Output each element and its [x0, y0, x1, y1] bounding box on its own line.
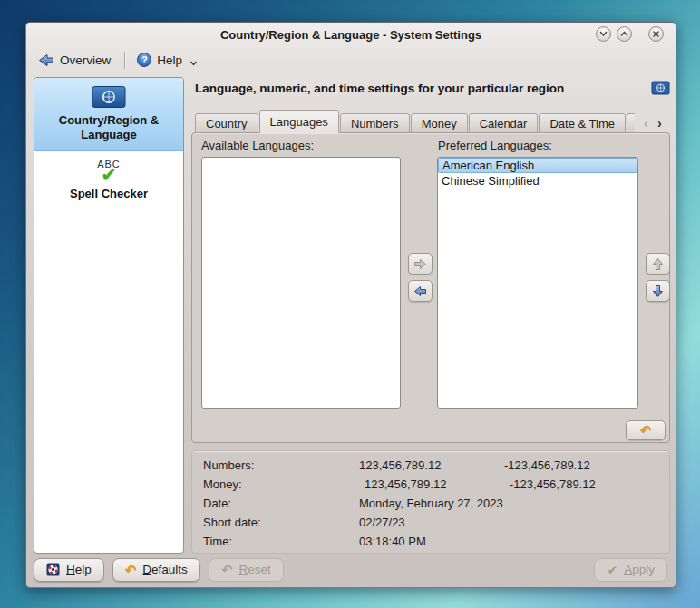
button-label: Apply: [624, 563, 655, 576]
undo-icon: ↶: [640, 424, 652, 437]
help-icon: ?: [137, 53, 151, 67]
preview-value-negative: -123,456,789.12: [504, 456, 658, 475]
arrow-left-icon: [413, 285, 427, 297]
reset-button[interactable]: ↶ Reset: [209, 558, 284, 582]
un-flag-icon: [91, 84, 127, 110]
tab-label: Money: [422, 117, 457, 130]
overview-button[interactable]: Overview: [34, 52, 114, 69]
list-item-chinese-simplified[interactable]: Chinese Simplified: [438, 173, 637, 188]
defaults-button[interactable]: ↶ Defaults: [112, 558, 200, 582]
move-up-button[interactable]: [646, 253, 670, 275]
preview-label: Short date:: [203, 513, 359, 532]
preview-value-negative: -123,456,789.12: [504, 475, 658, 494]
list-item-american-english[interactable]: American English: [438, 158, 637, 173]
module-header-title: Language, numeric, and time settings for…: [195, 82, 651, 95]
preview-label: Date:: [203, 494, 359, 513]
tab-scroll-left-button[interactable]: ‹: [639, 116, 653, 130]
add-language-button[interactable]: [408, 253, 433, 275]
preview-value-negative: [504, 513, 658, 532]
preview-value: 123,456,789.12: [359, 456, 504, 475]
chevron-down-icon: [598, 29, 608, 39]
preview-value: 03:18:40 PM: [359, 532, 504, 551]
preview-value-negative: [504, 494, 658, 513]
apply-button[interactable]: ✔ Apply: [594, 558, 667, 582]
dropdown-chevron-icon: [190, 61, 198, 66]
reset-undo-icon: ↶: [221, 564, 233, 576]
preview-value-negative: [504, 532, 658, 551]
maximize-button[interactable]: [617, 26, 632, 42]
help-label: Help: [157, 53, 182, 67]
spellcheck-checkmark-icon: ✔: [101, 167, 117, 183]
help-footer-button[interactable]: Help: [34, 558, 104, 582]
footer-button-bar: Help ↶ Defaults ↶ Reset ✔ Apply: [34, 557, 668, 582]
tab-bar: Country Languages Numbers Money Calendar…: [191, 109, 670, 133]
chevron-up-icon: [619, 29, 629, 39]
move-down-button[interactable]: [646, 280, 670, 302]
preferred-languages-label: Preferred Languages:: [438, 139, 552, 152]
arrow-up-icon: [652, 257, 664, 271]
overview-label: Overview: [60, 53, 111, 67]
un-flag-small-icon: [651, 81, 670, 95]
titlebar[interactable]: Country/Region & Language - System Setti…: [26, 23, 676, 46]
close-button[interactable]: [648, 26, 664, 42]
button-label: Reset: [238, 563, 270, 576]
preview-row-numbers: Numbers: 123,456,789.12 -123,456,789.12: [203, 456, 658, 475]
preview-row-date: Date: Monday, February 27, 2023: [203, 494, 658, 513]
preview-row-time: Time: 03:18:40 PM: [203, 532, 658, 551]
preview-value: 02/27/23: [359, 513, 504, 532]
tab-date-time[interactable]: Date & Time: [539, 113, 626, 133]
button-label: Help: [66, 563, 92, 576]
tab-label: Country: [206, 117, 248, 130]
module-header: Language, numeric, and time settings for…: [195, 77, 670, 99]
preview-label: Numbers:: [203, 456, 359, 475]
window-title: Country/Region & Language - System Setti…: [220, 28, 481, 42]
tab-label: Languages: [270, 115, 328, 129]
preview-label: Money:: [203, 475, 359, 494]
arrow-right-icon: [413, 258, 427, 270]
tab-label: Calendar: [480, 117, 528, 130]
tab-label: Numbers: [351, 117, 399, 130]
sidebar-item-spell-checker[interactable]: ABC ✔ Spell Checker: [34, 151, 183, 208]
preview-value: 123,456,789.12: [359, 475, 504, 494]
preview-value: Monday, February 27, 2023: [359, 494, 504, 513]
preview-row-money: Money: 123,456,789.12 -123,456,789.12: [203, 475, 658, 494]
languages-tab-panel: Available Languages: Preferred Languages…: [191, 132, 670, 443]
format-preview-panel: Numbers: 123,456,789.12 -123,456,789.12 …: [191, 450, 670, 554]
remove-language-button[interactable]: [408, 280, 433, 302]
preview-row-short-date: Short date: 02/27/23: [203, 513, 658, 532]
button-label: Defaults: [142, 563, 188, 576]
sidebar-item-label: Spell Checker: [70, 187, 148, 201]
arrow-down-icon: [652, 285, 664, 298]
tab-country[interactable]: Country: [195, 113, 258, 133]
defaults-undo-icon: ↶: [125, 564, 137, 576]
tab-partial[interactable]: [627, 113, 635, 133]
available-languages-label: Available Languages:: [201, 139, 314, 152]
tab-scroll-controls: ‹ ›: [639, 116, 666, 130]
tab-scroll-right-button[interactable]: ›: [653, 116, 666, 130]
toolbar-separator: [124, 52, 125, 69]
available-languages-list[interactable]: [201, 157, 401, 409]
undo-changes-button[interactable]: ↶: [626, 420, 666, 440]
tab-label: Date & Time: [549, 117, 615, 130]
minimize-button[interactable]: [596, 26, 611, 42]
back-arrow-icon: [38, 53, 54, 67]
preferred-languages-list[interactable]: American English Chinese Simplified: [437, 157, 638, 409]
tab-numbers[interactable]: Numbers: [340, 113, 410, 133]
sidebar-item-country-region-language[interactable]: Country/Region & Language: [34, 78, 183, 151]
sidebar: Country/Region & Language ABC ✔ Spell Ch…: [34, 77, 184, 554]
tab-languages[interactable]: Languages: [259, 110, 339, 133]
help-button[interactable]: ? Help: [133, 51, 201, 69]
preview-label: Time:: [203, 532, 359, 551]
lifebuoy-icon: [46, 563, 60, 576]
system-settings-window: Country/Region & Language - System Setti…: [25, 22, 676, 588]
tab-money[interactable]: Money: [411, 113, 468, 133]
window-controls: [596, 26, 664, 42]
tab-calendar[interactable]: Calendar: [469, 113, 539, 133]
toolbar: Overview ? Help: [26, 46, 676, 73]
apply-check-icon: ✔: [607, 564, 617, 576]
close-icon: [651, 29, 661, 39]
desktop-background: Country/Region & Language - System Setti…: [0, 0, 700, 608]
sidebar-item-label: Country/Region & Language: [40, 113, 178, 143]
